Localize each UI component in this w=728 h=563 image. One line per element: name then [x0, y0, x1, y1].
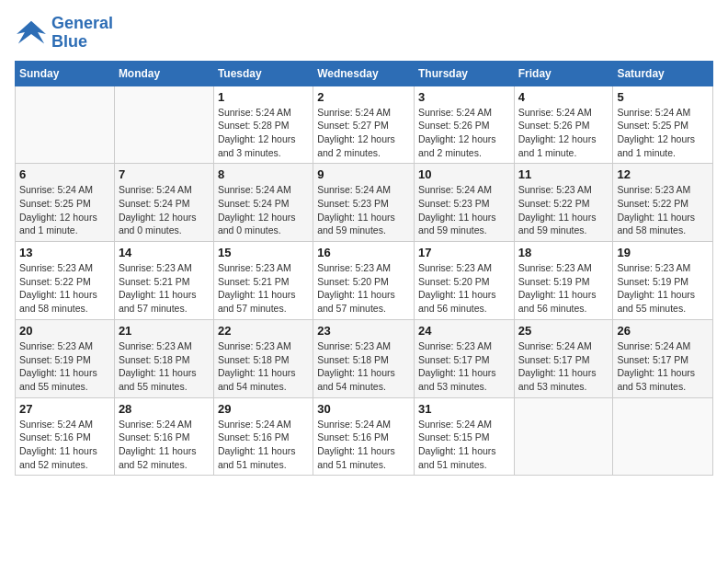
- day-info: Sunrise: 5:24 AM Sunset: 5:24 PM Dayligh…: [119, 183, 210, 237]
- day-info: Sunrise: 5:23 AM Sunset: 5:22 PM Dayligh…: [19, 261, 110, 316]
- day-info: Sunrise: 5:23 AM Sunset: 5:20 PM Dayligh…: [418, 261, 510, 316]
- calendar-cell: 10Sunrise: 5:24 AM Sunset: 5:23 PM Dayli…: [414, 164, 514, 242]
- calendar-week-row: 1Sunrise: 5:24 AM Sunset: 5:28 PM Daylig…: [16, 86, 713, 164]
- day-info: Sunrise: 5:24 AM Sunset: 5:16 PM Dayligh…: [19, 418, 110, 472]
- weekday-header: Friday: [514, 61, 613, 86]
- day-info: Sunrise: 5:23 AM Sunset: 5:19 PM Dayligh…: [518, 261, 609, 316]
- day-info: Sunrise: 5:23 AM Sunset: 5:20 PM Dayligh…: [317, 261, 410, 316]
- svg-marker-0: [17, 21, 46, 44]
- day-info: Sunrise: 5:24 AM Sunset: 5:16 PM Dayligh…: [317, 418, 410, 472]
- calendar-cell: 18Sunrise: 5:23 AM Sunset: 5:19 PM Dayli…: [514, 242, 613, 320]
- calendar-cell: 21Sunrise: 5:23 AM Sunset: 5:18 PM Dayli…: [114, 319, 213, 397]
- logo: General Blue: [15, 15, 113, 52]
- day-info: Sunrise: 5:24 AM Sunset: 5:16 PM Dayligh…: [218, 418, 309, 472]
- calendar-cell: [514, 397, 613, 476]
- weekday-header: Tuesday: [213, 61, 313, 86]
- day-number: 19: [617, 246, 709, 259]
- day-info: Sunrise: 5:23 AM Sunset: 5:19 PM Dayligh…: [617, 261, 709, 316]
- calendar-cell: 29Sunrise: 5:24 AM Sunset: 5:16 PM Dayli…: [213, 397, 313, 476]
- day-info: Sunrise: 5:23 AM Sunset: 5:18 PM Dayligh…: [218, 339, 309, 394]
- day-number: 10: [418, 167, 510, 181]
- day-number: 16: [317, 246, 410, 259]
- calendar-cell: [613, 397, 713, 476]
- day-number: 18: [518, 246, 609, 259]
- calendar-cell: 11Sunrise: 5:23 AM Sunset: 5:22 PM Dayli…: [514, 164, 613, 242]
- calendar-cell: 19Sunrise: 5:23 AM Sunset: 5:19 PM Dayli…: [613, 242, 713, 320]
- day-info: Sunrise: 5:24 AM Sunset: 5:24 PM Dayligh…: [218, 183, 309, 237]
- day-number: 30: [317, 402, 410, 416]
- day-info: Sunrise: 5:23 AM Sunset: 5:22 PM Dayligh…: [518, 183, 609, 237]
- day-number: 15: [218, 246, 309, 259]
- day-number: 28: [119, 402, 210, 416]
- day-number: 25: [518, 324, 609, 338]
- day-info: Sunrise: 5:24 AM Sunset: 5:25 PM Dayligh…: [617, 106, 709, 160]
- calendar-week-row: 27Sunrise: 5:24 AM Sunset: 5:16 PM Dayli…: [16, 397, 713, 476]
- calendar-cell: [16, 86, 115, 164]
- day-number: 2: [317, 90, 410, 104]
- day-number: 6: [19, 167, 110, 181]
- calendar-cell: [114, 86, 213, 164]
- calendar-cell: 6Sunrise: 5:24 AM Sunset: 5:25 PM Daylig…: [16, 164, 115, 242]
- calendar-cell: 12Sunrise: 5:23 AM Sunset: 5:22 PM Dayli…: [613, 164, 713, 242]
- day-number: 5: [617, 90, 709, 104]
- day-number: 27: [19, 402, 110, 416]
- calendar-cell: 22Sunrise: 5:23 AM Sunset: 5:18 PM Dayli…: [213, 319, 313, 397]
- calendar-cell: 4Sunrise: 5:24 AM Sunset: 5:26 PM Daylig…: [514, 86, 613, 164]
- calendar-cell: 31Sunrise: 5:24 AM Sunset: 5:15 PM Dayli…: [414, 397, 514, 476]
- day-info: Sunrise: 5:24 AM Sunset: 5:16 PM Dayligh…: [119, 418, 210, 472]
- calendar-cell: 13Sunrise: 5:23 AM Sunset: 5:22 PM Dayli…: [16, 242, 115, 320]
- day-number: 12: [617, 167, 709, 181]
- day-info: Sunrise: 5:23 AM Sunset: 5:17 PM Dayligh…: [418, 339, 510, 394]
- calendar-cell: 15Sunrise: 5:23 AM Sunset: 5:21 PM Dayli…: [213, 242, 313, 320]
- logo-text: General Blue: [51, 15, 113, 52]
- calendar-cell: 3Sunrise: 5:24 AM Sunset: 5:26 PM Daylig…: [414, 86, 514, 164]
- calendar-cell: 5Sunrise: 5:24 AM Sunset: 5:25 PM Daylig…: [613, 86, 713, 164]
- day-info: Sunrise: 5:23 AM Sunset: 5:21 PM Dayligh…: [119, 261, 210, 316]
- day-info: Sunrise: 5:24 AM Sunset: 5:28 PM Dayligh…: [218, 106, 309, 160]
- page-header: General Blue: [15, 15, 713, 52]
- calendar-week-row: 13Sunrise: 5:23 AM Sunset: 5:22 PM Dayli…: [16, 242, 713, 320]
- weekday-header: Sunday: [16, 61, 115, 86]
- day-number: 24: [418, 324, 510, 338]
- day-info: Sunrise: 5:23 AM Sunset: 5:19 PM Dayligh…: [19, 339, 110, 394]
- day-number: 3: [418, 90, 510, 104]
- weekday-header: Monday: [114, 61, 213, 86]
- calendar-cell: 27Sunrise: 5:24 AM Sunset: 5:16 PM Dayli…: [16, 397, 115, 476]
- day-number: 9: [317, 167, 410, 181]
- day-number: 29: [218, 402, 309, 416]
- logo-icon: [15, 19, 48, 47]
- calendar-cell: 20Sunrise: 5:23 AM Sunset: 5:19 PM Dayli…: [16, 319, 115, 397]
- day-info: Sunrise: 5:24 AM Sunset: 5:17 PM Dayligh…: [518, 339, 609, 394]
- day-info: Sunrise: 5:24 AM Sunset: 5:26 PM Dayligh…: [418, 106, 510, 160]
- calendar-cell: 23Sunrise: 5:23 AM Sunset: 5:18 PM Dayli…: [313, 319, 415, 397]
- calendar-cell: 24Sunrise: 5:23 AM Sunset: 5:17 PM Dayli…: [414, 319, 514, 397]
- day-number: 1: [218, 90, 309, 104]
- day-number: 22: [218, 324, 309, 338]
- calendar-cell: 7Sunrise: 5:24 AM Sunset: 5:24 PM Daylig…: [114, 164, 213, 242]
- weekday-header: Thursday: [414, 61, 514, 86]
- calendar-cell: 25Sunrise: 5:24 AM Sunset: 5:17 PM Dayli…: [514, 319, 613, 397]
- day-number: 26: [617, 324, 709, 338]
- day-info: Sunrise: 5:23 AM Sunset: 5:18 PM Dayligh…: [119, 339, 210, 394]
- calendar-cell: 17Sunrise: 5:23 AM Sunset: 5:20 PM Dayli…: [414, 242, 514, 320]
- day-number: 31: [418, 402, 510, 416]
- day-info: Sunrise: 5:23 AM Sunset: 5:21 PM Dayligh…: [218, 261, 309, 316]
- day-info: Sunrise: 5:24 AM Sunset: 5:17 PM Dayligh…: [617, 339, 709, 394]
- calendar-cell: 28Sunrise: 5:24 AM Sunset: 5:16 PM Dayli…: [114, 397, 213, 476]
- calendar-cell: 8Sunrise: 5:24 AM Sunset: 5:24 PM Daylig…: [213, 164, 313, 242]
- calendar-week-row: 20Sunrise: 5:23 AM Sunset: 5:19 PM Dayli…: [16, 319, 713, 397]
- calendar-cell: 2Sunrise: 5:24 AM Sunset: 5:27 PM Daylig…: [313, 86, 415, 164]
- day-info: Sunrise: 5:24 AM Sunset: 5:27 PM Dayligh…: [317, 106, 410, 160]
- day-number: 14: [119, 246, 210, 259]
- calendar-cell: 14Sunrise: 5:23 AM Sunset: 5:21 PM Dayli…: [114, 242, 213, 320]
- day-number: 17: [418, 246, 510, 259]
- day-info: Sunrise: 5:24 AM Sunset: 5:23 PM Dayligh…: [418, 183, 510, 237]
- day-number: 21: [119, 324, 210, 338]
- calendar-cell: 30Sunrise: 5:24 AM Sunset: 5:16 PM Dayli…: [313, 397, 415, 476]
- calendar-table: SundayMondayTuesdayWednesdayThursdayFrid…: [15, 61, 713, 477]
- day-info: Sunrise: 5:24 AM Sunset: 5:23 PM Dayligh…: [317, 183, 410, 237]
- day-info: Sunrise: 5:24 AM Sunset: 5:15 PM Dayligh…: [418, 418, 510, 472]
- day-info: Sunrise: 5:23 AM Sunset: 5:18 PM Dayligh…: [317, 339, 410, 394]
- calendar-cell: 16Sunrise: 5:23 AM Sunset: 5:20 PM Dayli…: [313, 242, 415, 320]
- day-number: 20: [19, 324, 110, 338]
